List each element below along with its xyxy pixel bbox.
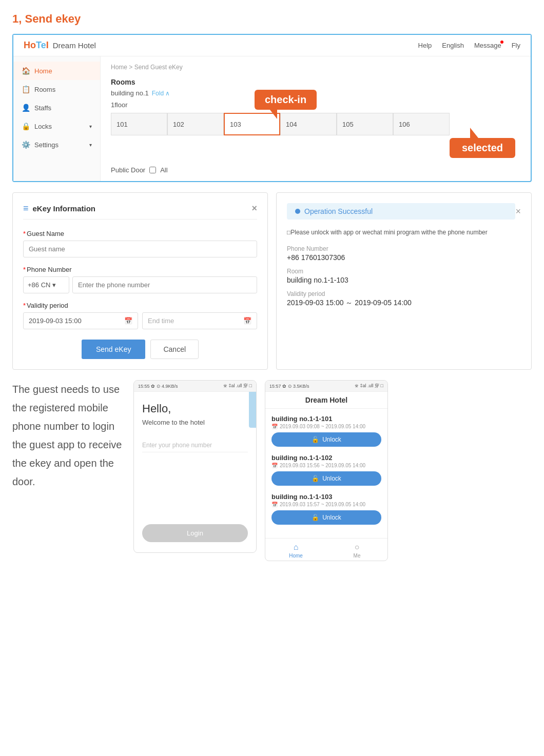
success-header: Operation Successful × (287, 203, 521, 220)
phone-login-content: Hello, Welcome to the hotel Enter your p… (134, 392, 256, 552)
hotel-name: Dream Hotel (53, 41, 96, 50)
phone-country-selector[interactable]: +86 CN ▾ (23, 276, 69, 293)
main-content: Home > Send Guest eKey Rooms building no… (101, 56, 531, 181)
end-cal-icon: 📅 (243, 317, 251, 325)
settings-chevron: ▾ (89, 142, 92, 148)
footer-tab-me[interactable]: ○ Me (326, 543, 387, 559)
ekey-panel-title: eKey Information (33, 204, 96, 213)
fold-link[interactable]: Fold ∧ (152, 90, 170, 97)
lock-icon-103: 🔓 (312, 514, 319, 521)
nav-message[interactable]: Message (474, 42, 501, 49)
locks-chevron: ▾ (89, 124, 92, 129)
validity-field: Validity period 2019-09-03 15:00 ～ 2019-… (287, 290, 521, 308)
success-badge: Operation Successful (287, 203, 515, 220)
all-label: All (160, 166, 167, 174)
room-item-102: building no.1-1-102 📅 2019.09.03 15:56 ~… (271, 454, 381, 486)
room-101-dates: 📅 2019.09.03 09:08 ~ 2019.09.05 14:00 (271, 424, 381, 429)
hotel-body: 🏠 Home 📋 Rooms 👤 Staffs 🔒 Locks ▾ ⚙️ Set… (13, 56, 531, 181)
success-close-button[interactable]: × (515, 206, 521, 217)
phone-group: *Phone Number +86 CN ▾ (23, 266, 257, 293)
room-102-dates: 📅 2019.09.03 15:56 ~ 2019.09.05 14:00 (271, 463, 381, 468)
guest-name-label: *Guest Name (23, 230, 257, 237)
staffs-icon: 👤 (22, 104, 30, 112)
nav-fly[interactable]: Fly (512, 42, 520, 49)
settings-icon: ⚙️ (22, 141, 30, 149)
description-text: The guest needs to use the registered mo… (12, 380, 125, 491)
phone-login-status-bar: 15:55 ✿ ⊙ 4.9KB/s ※ ‡al .ull 穿 □ (134, 381, 256, 392)
room-105[interactable]: 105 (337, 113, 393, 135)
ekey-header-icon: ≡ (23, 203, 29, 214)
me-tab-icon: ○ (355, 543, 360, 552)
cancel-button[interactable]: Cancel (150, 340, 199, 359)
room-103-name: building no.1-1-103 (271, 493, 381, 501)
guest-name-group: *Guest Name (23, 230, 257, 257)
locks-icon: 🔒 (22, 122, 30, 130)
date-row: 2019-09-03 15:00 📅 End time 📅 (23, 312, 257, 329)
two-panels: ≡ eKey Information × *Guest Name *Phone … (12, 192, 532, 370)
phone-field-label: Phone Number (287, 245, 521, 252)
checkin-callout: check-in (255, 90, 317, 110)
room-item-101: building no.1-1-101 📅 2019.09.03 09:08 ~… (271, 415, 381, 447)
ekey-panel: ≡ eKey Information × *Guest Name *Phone … (12, 192, 268, 370)
phone-hotel-status-bar: 15:57 ✿ ⊙ 3.5KB/s ※ ‡al .ull 穿 □ (265, 381, 387, 392)
sidebar: 🏠 Home 📋 Rooms 👤 Staffs 🔒 Locks ▾ ⚙️ Set… (13, 56, 101, 181)
phone-field: Phone Number +86 17601307306 (287, 245, 521, 262)
ekey-close-button[interactable]: × (251, 203, 257, 214)
phone-hotel-mock: 15:57 ✿ ⊙ 3.5KB/s ※ ‡al .ull 穿 □ Dream H… (265, 380, 388, 561)
success-dot (295, 209, 300, 214)
room-field: Room building no.1-1-103 (287, 268, 521, 284)
room-101[interactable]: 101 (111, 113, 167, 135)
end-date-input[interactable]: End time 📅 (142, 312, 257, 329)
home-tab-icon: ⌂ (294, 543, 299, 552)
building-name: building no.1 (111, 89, 149, 97)
dropdown-icon: ▾ (52, 281, 56, 289)
checkin-arrow (270, 110, 277, 119)
lock-icon-102: 🔓 (312, 475, 319, 482)
nav-help[interactable]: Help (418, 42, 432, 49)
phone-field-value: +86 17601307306 (287, 253, 521, 262)
room-field-label: Room (287, 268, 521, 275)
calendar-icon-103: 📅 (271, 502, 278, 507)
validity-field-label: Validity period (287, 290, 521, 297)
header-links: Help English Message Fly (418, 42, 520, 49)
room-102[interactable]: 102 (167, 113, 224, 135)
calendar-icon-102: 📅 (271, 463, 278, 468)
send-ekey-button[interactable]: Send eKey (82, 340, 146, 359)
phone-hotel-content: building no.1-1-101 📅 2019.09.03 09:08 ~… (265, 409, 387, 538)
unlock-button-101[interactable]: 🔓 Unlock (271, 432, 381, 447)
footer-tab-home[interactable]: ⌂ Home (265, 543, 326, 559)
phone-spacer (142, 463, 248, 504)
sidebar-item-home[interactable]: 🏠 Home (13, 62, 100, 80)
room-106[interactable]: 106 (393, 113, 450, 135)
phone-number-placeholder: Enter your phone number (142, 442, 248, 452)
phone-row: +86 CN ▾ (23, 276, 257, 293)
selected-callout: selected (450, 138, 515, 158)
login-button[interactable]: Login (142, 524, 248, 542)
public-door-checkbox[interactable] (149, 167, 156, 173)
nav-english[interactable]: English (442, 42, 464, 49)
sidebar-item-settings[interactable]: ⚙️ Settings ▾ (13, 135, 100, 154)
phone-hotel-title: Dream Hotel (265, 392, 387, 409)
sidebar-item-staffs[interactable]: 👤 Staffs (13, 98, 100, 117)
validity-label: *Validity period (23, 302, 257, 309)
hotel-logo: HoTeI (24, 40, 49, 51)
unlock-button-102[interactable]: 🔓 Unlock (271, 471, 381, 486)
page-title: 1, Send ekey (12, 12, 532, 26)
room-item-103: building no.1-1-103 📅 2019.09.03 15:57 ~… (271, 493, 381, 525)
phone-number-input[interactable] (72, 276, 257, 293)
phone-login-mock: 15:55 ✿ ⊙ 4.9KB/s ※ ‡al .ull 穿 □ Hello, … (133, 380, 257, 553)
calendar-icon-101: 📅 (271, 424, 278, 429)
public-door-label: Public Door (111, 166, 145, 174)
phone2-footer: ⌂ Home ○ Me (265, 538, 387, 561)
sidebar-item-rooms[interactable]: 📋 Rooms (13, 80, 100, 98)
start-date-input[interactable]: 2019-09-03 15:00 📅 (23, 312, 138, 329)
sidebar-item-locks[interactable]: 🔒 Locks ▾ (13, 117, 100, 135)
lock-icon-101: 🔓 (312, 436, 319, 443)
room-field-value: building no.1-1-103 (287, 276, 521, 284)
public-door-row: Public Door All (111, 166, 520, 174)
guest-name-input[interactable] (23, 241, 257, 257)
home-icon: 🏠 (22, 67, 30, 75)
unlock-button-103[interactable]: 🔓 Unlock (271, 510, 381, 525)
room-102-name: building no.1-1-102 (271, 454, 381, 462)
hotel-ui-section: HoTeI Dream Hotel Help English Message F… (12, 34, 532, 182)
